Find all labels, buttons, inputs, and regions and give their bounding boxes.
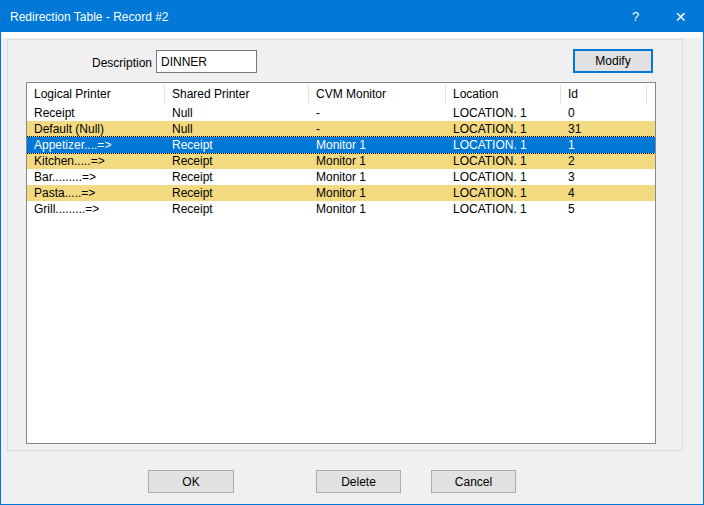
titlebar-lower-band [2,32,702,38]
table-cell: LOCATION. 1 [446,121,561,137]
table-row[interactable]: Grill.........=>ReceiptMonitor 1LOCATION… [27,201,655,217]
modify-button[interactable]: Modify [573,49,653,73]
table-cell: Monitor 1 [309,185,446,201]
table-cell: 4 [561,185,647,201]
table-cell: Monitor 1 [309,137,446,153]
table-cell: 5 [561,201,647,217]
redirection-table: Logical Printer Shared Printer CVM Monit… [26,82,656,444]
column-header-location[interactable]: Location [446,85,561,104]
table-cell: 0 [561,105,647,121]
close-icon: ✕ [675,9,687,25]
cancel-button[interactable]: Cancel [431,470,516,493]
table-cell: 2 [561,153,647,169]
table-cell: Default (Null) [27,121,165,137]
table-cell: 1 [561,137,647,153]
table-cell: Receipt [27,105,165,121]
column-header-cvm-monitor[interactable]: CVM Monitor [309,85,446,104]
table-cell: Monitor 1 [309,153,446,169]
table-cell: Bar.........=> [27,169,165,185]
table-cell: Null [165,121,309,137]
table-cell: LOCATION. 1 [446,137,561,153]
column-header-logical-printer[interactable]: Logical Printer [27,85,165,104]
title-bar: Redirection Table - Record #2 ? ✕ [1,1,703,32]
table-cell: 31 [561,121,647,137]
table-cell: Null [165,105,309,121]
ok-button[interactable]: OK [148,470,234,493]
table-cell: Receipt [165,169,309,185]
table-cell: Monitor 1 [309,169,446,185]
delete-button[interactable]: Delete [316,470,401,493]
table-cell: - [309,121,446,137]
table-row[interactable]: Kitchen.....=>ReceiptMonitor 1LOCATION. … [27,153,655,169]
table-row[interactable]: Bar.........=>ReceiptMonitor 1LOCATION. … [27,169,655,185]
table-cell: Grill.........=> [27,201,165,217]
column-header-shared-printer[interactable]: Shared Printer [165,85,309,104]
table-cell: LOCATION. 1 [446,201,561,217]
table-cell: LOCATION. 1 [446,153,561,169]
table-cell: LOCATION. 1 [446,185,561,201]
close-button[interactable]: ✕ [658,1,703,32]
table-cell: LOCATION. 1 [446,105,561,121]
table-body: ReceiptNull-LOCATION. 10Default (Null)Nu… [27,105,655,217]
help-button[interactable]: ? [613,1,658,32]
table-cell: Receipt [165,137,309,153]
table-header: Logical Printer Shared Printer CVM Monit… [27,85,655,104]
window-title: Redirection Table - Record #2 [1,10,613,24]
description-input[interactable] [156,50,257,73]
table-cell: Appetizer....=> [27,137,165,153]
help-icon: ? [632,9,639,24]
table-cell: Monitor 1 [309,201,446,217]
table-cell: - [309,105,446,121]
table-row[interactable]: Pasta.....=>ReceiptMonitor 1LOCATION. 14 [27,185,655,201]
column-header-id[interactable]: Id [561,85,647,104]
table-row[interactable]: Appetizer....=>ReceiptMonitor 1LOCATION.… [27,137,655,153]
table-cell: LOCATION. 1 [446,169,561,185]
table-cell: 3 [561,169,647,185]
table-row[interactable]: Default (Null)Null-LOCATION. 131 [27,121,655,137]
table-cell: Pasta.....=> [27,185,165,201]
table-row[interactable]: ReceiptNull-LOCATION. 10 [27,105,655,121]
table-cell: Receipt [165,201,309,217]
table-cell: Kitchen.....=> [27,153,165,169]
dialog-window: Redirection Table - Record #2 ? ✕ Descri… [0,0,704,505]
table-cell: Receipt [165,185,309,201]
table-cell: Receipt [165,153,309,169]
description-label: Description [88,56,152,70]
